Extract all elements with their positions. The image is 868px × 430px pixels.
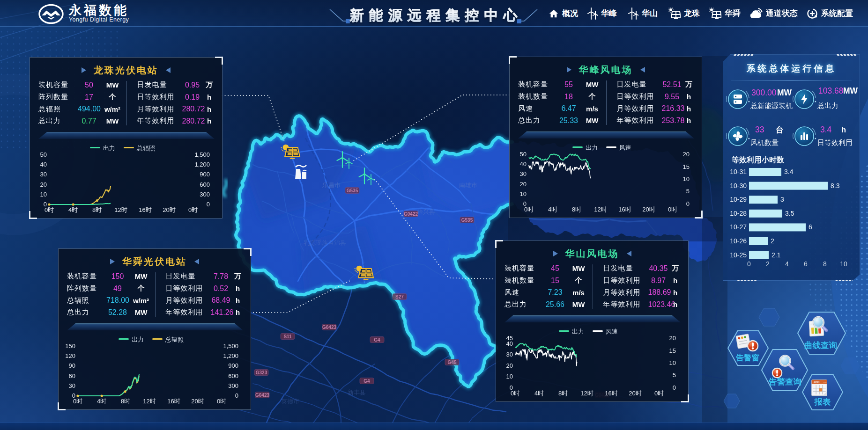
- svg-text:乐昌市: 乐昌市: [322, 182, 341, 189]
- svg-text:10: 10: [506, 373, 513, 380]
- svg-text:600: 600: [200, 181, 210, 188]
- svg-text:S27: S27: [395, 294, 404, 299]
- svg-text:10: 10: [840, 260, 847, 268]
- svg-text:1,500: 1,500: [223, 343, 238, 350]
- svg-text:4: 4: [785, 260, 789, 268]
- svg-text:2: 2: [771, 237, 774, 245]
- svg-text:40: 40: [506, 340, 513, 347]
- svg-text:8: 8: [823, 260, 827, 268]
- svg-text:h: h: [841, 125, 846, 134]
- svg-text:16时: 16时: [139, 206, 151, 213]
- svg-text:0时: 0时: [524, 206, 534, 213]
- svg-text:10-28: 10-28: [730, 210, 747, 217]
- svg-text:10-25: 10-25: [730, 251, 747, 259]
- svg-text:6: 6: [809, 223, 812, 231]
- svg-text:0时: 0时: [73, 398, 82, 405]
- svg-text:0时: 0时: [188, 206, 198, 213]
- svg-text:1,200: 1,200: [223, 352, 238, 359]
- svg-text:8时: 8时: [121, 398, 130, 405]
- svg-text:3.5: 3.5: [785, 210, 794, 217]
- svg-text:总辐照: 总辐照: [136, 145, 155, 152]
- svg-text:8时: 8时: [558, 390, 568, 397]
- svg-text:16时: 16时: [167, 398, 180, 405]
- svg-text:20: 20: [520, 181, 527, 188]
- svg-text:0: 0: [747, 260, 751, 268]
- svg-text:10: 10: [683, 175, 690, 182]
- svg-text:1,200: 1,200: [194, 161, 210, 168]
- svg-text:0时: 0时: [668, 206, 677, 213]
- svg-text:G4: G4: [364, 379, 370, 384]
- svg-text:出力: 出力: [572, 328, 584, 335]
- svg-text:台: 台: [776, 125, 784, 134]
- svg-text:MW: MW: [777, 88, 792, 97]
- svg-text:900: 900: [200, 171, 210, 178]
- svg-text:20时: 20时: [163, 206, 175, 213]
- svg-text:0: 0: [673, 384, 676, 391]
- svg-text:150: 150: [65, 343, 75, 350]
- svg-text:10-26: 10-26: [730, 237, 747, 245]
- svg-text:风速: 风速: [619, 144, 631, 151]
- svg-text:10-29: 10-29: [730, 196, 747, 203]
- svg-text:2: 2: [766, 260, 770, 268]
- svg-text:8.3: 8.3: [831, 182, 840, 189]
- svg-text:12时: 12时: [580, 390, 593, 397]
- svg-text:10: 10: [40, 191, 47, 198]
- svg-text:10-27: 10-27: [730, 223, 747, 231]
- svg-text:600: 600: [228, 372, 238, 379]
- svg-text:出力: 出力: [132, 336, 144, 343]
- svg-text:12时: 12时: [143, 398, 156, 405]
- svg-text:12时: 12时: [114, 206, 127, 213]
- svg-text:风机数量: 风机数量: [750, 138, 779, 146]
- svg-text:30: 30: [40, 171, 47, 178]
- svg-text:0时: 0时: [45, 206, 54, 213]
- svg-text:4时: 4时: [548, 206, 557, 213]
- svg-text:4时: 4时: [68, 206, 78, 213]
- svg-text:4时: 4时: [97, 398, 106, 405]
- svg-text:英德市: 英德市: [281, 398, 299, 405]
- svg-text:8时: 8时: [92, 206, 102, 213]
- svg-text:0时: 0时: [654, 390, 664, 397]
- svg-text:G535: G535: [347, 188, 358, 193]
- svg-text:20时: 20时: [629, 390, 641, 397]
- svg-text:33: 33: [755, 125, 764, 134]
- svg-text:120: 120: [65, 352, 75, 359]
- svg-text:MW: MW: [843, 86, 858, 95]
- svg-text:G0422: G0422: [404, 211, 418, 217]
- svg-text:G535: G535: [461, 218, 473, 223]
- svg-text:5: 5: [686, 188, 690, 195]
- svg-text:300: 300: [228, 382, 238, 389]
- svg-text:出力: 出力: [103, 145, 115, 152]
- svg-text:G0423: G0423: [322, 325, 336, 330]
- svg-text:900: 900: [228, 362, 238, 369]
- svg-text:103.68: 103.68: [818, 86, 844, 95]
- svg-text:3.4: 3.4: [820, 125, 832, 134]
- svg-text:0: 0: [686, 200, 690, 207]
- svg-text:20: 20: [683, 151, 690, 158]
- svg-text:40: 40: [40, 161, 47, 168]
- svg-text:8时: 8时: [572, 206, 581, 213]
- svg-text:3: 3: [780, 196, 784, 203]
- svg-text:总新能源装机: 总新能源装机: [750, 102, 793, 109]
- svg-text:30: 30: [520, 170, 527, 177]
- svg-text:10-30: 10-30: [730, 182, 747, 189]
- svg-text:12时: 12时: [594, 206, 607, 213]
- svg-text:4时: 4时: [534, 390, 544, 397]
- svg-text:G45: G45: [448, 360, 457, 365]
- svg-text:50: 50: [40, 151, 47, 158]
- svg-text:0时: 0时: [217, 398, 226, 405]
- svg-text:30: 30: [506, 351, 513, 358]
- svg-text:1,500: 1,500: [194, 151, 210, 158]
- svg-text:20时: 20时: [642, 206, 655, 213]
- svg-text:风速: 风速: [606, 328, 618, 335]
- svg-text:G323: G323: [256, 370, 267, 375]
- svg-text:2.1: 2.1: [772, 251, 781, 259]
- svg-text:10: 10: [669, 359, 676, 366]
- svg-text:300.00: 300.00: [751, 88, 777, 97]
- svg-text:G0423: G0423: [255, 393, 269, 398]
- svg-text:出力: 出力: [586, 144, 598, 151]
- svg-text:300: 300: [200, 191, 210, 198]
- svg-text:16时: 16时: [618, 206, 631, 213]
- svg-text:10: 10: [520, 190, 527, 197]
- svg-text:G4: G4: [374, 337, 380, 343]
- svg-text:90: 90: [69, 362, 75, 369]
